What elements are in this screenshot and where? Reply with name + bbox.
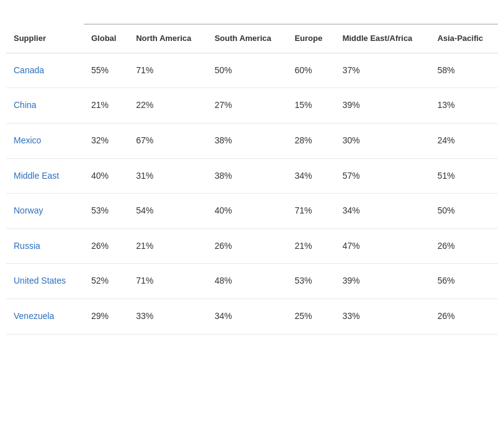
supplier-name[interactable]: Mexico xyxy=(6,124,84,159)
data-cell: 56% xyxy=(430,264,498,299)
data-cell: 40% xyxy=(207,194,287,229)
data-cell: 34% xyxy=(207,299,287,335)
data-cell: 58% xyxy=(430,53,498,88)
data-cell: 29% xyxy=(84,299,128,335)
data-cell: 27% xyxy=(207,88,287,124)
data-cell: 50% xyxy=(207,53,287,88)
data-cell: 13% xyxy=(430,88,498,124)
col-global: Global xyxy=(84,25,128,53)
data-cell: 26% xyxy=(84,228,128,264)
data-cell: 71% xyxy=(287,194,335,229)
data-cell: 24% xyxy=(430,124,498,159)
data-cell: 47% xyxy=(335,228,430,264)
data-cell: 26% xyxy=(430,228,498,264)
main-container: Supplier Global North America South Amer… xyxy=(0,0,504,347)
data-cell: 25% xyxy=(287,299,335,335)
table-row: Mexico32%67%38%28%30%24% xyxy=(6,124,498,159)
data-cell: 21% xyxy=(287,228,335,264)
data-cell: 55% xyxy=(84,53,128,88)
table-row: China21%22%27%15%39%13% xyxy=(6,88,498,124)
table-body: Canada55%71%50%60%37%58%China21%22%27%15… xyxy=(6,53,498,334)
supplier-name[interactable]: Venezuela xyxy=(6,299,84,335)
data-cell: 33% xyxy=(128,299,207,335)
table-row: Venezuela29%33%34%25%33%26% xyxy=(6,299,498,335)
data-cell: 67% xyxy=(128,124,207,159)
supplier-name[interactable]: Middle East xyxy=(6,158,84,194)
data-cell: 32% xyxy=(84,124,128,159)
data-cell: 71% xyxy=(128,53,207,88)
table-subtitle xyxy=(84,12,498,25)
data-cell: 34% xyxy=(287,158,335,194)
col-north-america: North America xyxy=(128,25,207,53)
col-asia-pacific: Asia-Pacific xyxy=(430,25,498,53)
data-cell: 38% xyxy=(207,158,287,194)
data-cell: 50% xyxy=(430,194,498,229)
table-row: Canada55%71%50%60%37%58% xyxy=(6,53,498,88)
data-cell: 37% xyxy=(335,53,430,88)
data-cell: 34% xyxy=(335,194,430,229)
data-cell: 53% xyxy=(84,194,128,229)
data-table: Supplier Global North America South Amer… xyxy=(6,25,498,335)
data-cell: 28% xyxy=(287,124,335,159)
data-cell: 60% xyxy=(287,53,335,88)
table-row: Norway53%54%40%71%34%50% xyxy=(6,194,498,229)
supplier-name[interactable]: Norway xyxy=(6,194,84,229)
col-europe: Europe xyxy=(287,25,335,53)
data-cell: 57% xyxy=(335,158,430,194)
table-row: Middle East40%31%38%34%57%51% xyxy=(6,158,498,194)
col-south-america: South America xyxy=(207,25,287,53)
col-middle-east-africa: Middle East/Africa xyxy=(335,25,430,53)
data-cell: 48% xyxy=(207,264,287,299)
supplier-name[interactable]: Canada xyxy=(6,53,84,88)
table-row: United States52%71%48%53%39%56% xyxy=(6,264,498,299)
data-cell: 15% xyxy=(287,88,335,124)
supplier-name[interactable]: United States xyxy=(6,264,84,299)
col-supplier: Supplier xyxy=(6,25,84,53)
data-cell: 39% xyxy=(335,264,430,299)
supplier-name[interactable]: China xyxy=(6,88,84,124)
data-cell: 22% xyxy=(128,88,207,124)
table-header-row: Supplier Global North America South Amer… xyxy=(6,25,498,53)
data-cell: 40% xyxy=(84,158,128,194)
data-cell: 54% xyxy=(128,194,207,229)
data-cell: 30% xyxy=(335,124,430,159)
data-cell: 52% xyxy=(84,264,128,299)
data-cell: 39% xyxy=(335,88,430,124)
data-cell: 21% xyxy=(128,228,207,264)
data-cell: 26% xyxy=(430,299,498,335)
data-cell: 38% xyxy=(207,124,287,159)
data-cell: 21% xyxy=(84,88,128,124)
data-cell: 51% xyxy=(430,158,498,194)
data-cell: 33% xyxy=(335,299,430,335)
supplier-name[interactable]: Russia xyxy=(6,228,84,264)
data-cell: 71% xyxy=(128,264,207,299)
table-row: Russia26%21%26%21%47%26% xyxy=(6,228,498,264)
data-cell: 31% xyxy=(128,158,207,194)
data-cell: 26% xyxy=(207,228,287,264)
data-cell: 53% xyxy=(287,264,335,299)
